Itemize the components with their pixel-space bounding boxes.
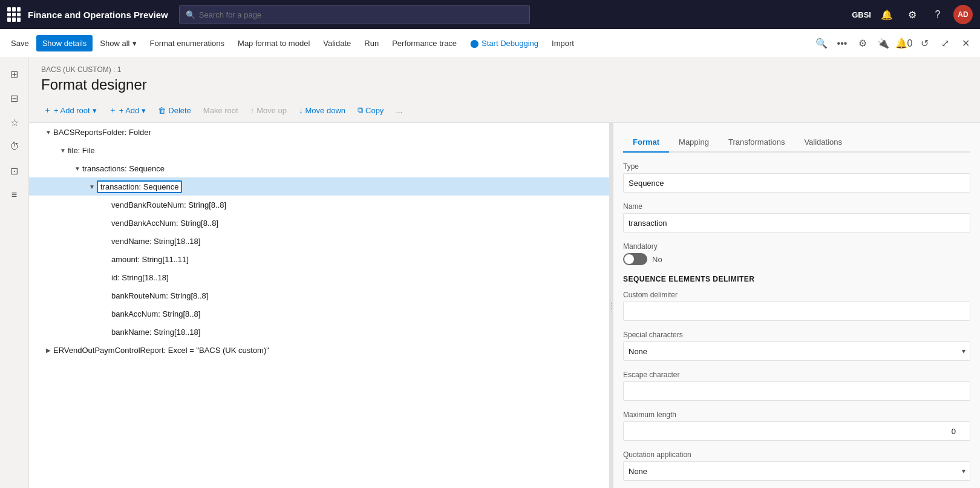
format-enumerations-button[interactable]: Format enumerations [144,35,231,51]
add-button[interactable]: ＋ + Add ▾ [104,102,151,119]
nav-list-icon[interactable]: ≡ [4,184,25,206]
nav-workspaces-icon[interactable]: ⊡ [4,160,25,182]
tree-item-label: bankName: String[18..18] [111,328,200,337]
settings-cmd-icon[interactable]: ⚙ [853,34,872,53]
page-title: Format designer [41,76,968,93]
more-cmd-icon[interactable]: ••• [832,34,852,53]
tree-item-selected[interactable]: transaction: Sequence [29,177,609,196]
quotation-application-group: Quotation application None All String De… [623,450,970,481]
props-tabs: Format Mapping Transformations Validatio… [623,133,970,153]
tab-transformations[interactable]: Transformations [719,133,794,153]
custom-delimiter-input[interactable] [623,302,970,321]
name-group: Name [623,202,970,232]
move-down-icon: ↓ [299,106,303,115]
custom-delimiter-label: Custom delimiter [623,291,970,299]
mandatory-group: Mandatory No [623,242,970,265]
nav-recent-icon[interactable]: ⏱ [4,136,25,157]
tree-item[interactable]: file: File [29,141,609,159]
tree-item-label: ERVendOutPaymControlReport: Excel = "BAC… [53,346,269,355]
search-cmd-icon[interactable]: 🔍 [812,34,831,53]
quotation-application-select-wrapper: None All String Delimiter ▾ [623,461,970,481]
search-icon: 🔍 [186,10,195,19]
delete-button[interactable]: 🗑 Delete [153,103,196,118]
close-icon[interactable]: ✕ [956,34,975,53]
copy-button[interactable]: ⧉ Copy [353,102,388,118]
tree-item[interactable]: amount: String[11..11] [29,250,609,268]
tree-item-label: BACSReportsFolder: Folder [53,128,151,137]
properties-pane: Format Mapping Transformations Validatio… [613,123,980,488]
name-input[interactable] [623,213,970,232]
tree-pane: BACSReportsFolder: Folder file: File tra… [29,123,610,488]
refresh-icon[interactable]: ↺ [915,34,934,53]
tree-toggle-expanded[interactable] [58,145,68,155]
search-input[interactable] [199,10,523,19]
tab-validations[interactable]: Validations [794,133,852,153]
maximum-length-input[interactable] [623,421,970,441]
tree-toggle-expanded[interactable] [87,182,97,191]
performance-trace-button[interactable]: Performance trace [386,35,463,51]
notification-cmd-icon[interactable]: 🔔 0 [894,34,913,53]
tree-item[interactable]: bankRouteNum: String[8..8] [29,286,609,305]
tree-item-label: amount: String[11..11] [111,255,189,264]
tree-item[interactable]: bankName: String[18..18] [29,323,609,341]
breadcrumb: BACS (UK CUSTOM) : 1 [41,65,968,74]
nav-filter-icon[interactable]: ⊟ [4,87,25,109]
add-icon: ＋ [109,105,117,116]
tree-item[interactable]: transactions: Sequence [29,159,609,177]
tab-mapping[interactable]: Mapping [669,133,719,153]
debug-icon: ⬤ [470,39,479,48]
notifications-icon[interactable]: 🔔 [877,5,897,24]
help-icon[interactable]: ? [928,5,947,24]
maximum-length-label: Maximum length [623,411,970,419]
show-details-button[interactable]: Show details [36,35,93,51]
add-root-button[interactable]: ＋ + Add root ▾ [39,102,102,119]
make-root-button[interactable]: Make root [198,103,243,118]
delete-icon: 🗑 [158,106,166,115]
special-characters-select[interactable]: None CRLF CR LF [623,341,970,361]
show-all-button[interactable]: Show all ▾ [94,35,142,51]
tree-item[interactable]: vendBankAccNum: String[8..8] [29,214,609,232]
chevron-down-icon: ▾ [132,39,137,48]
tree-toggle-collapsed[interactable] [44,345,53,355]
tree-item-label: transactions: Sequence [82,164,165,173]
run-button[interactable]: Run [358,35,385,51]
move-down-button[interactable]: ↓ Move down [294,103,350,118]
move-up-button[interactable]: ↑ Move up [246,103,292,118]
tree-item[interactable]: ERVendOutPaymControlReport: Excel = "BAC… [29,341,609,359]
avatar[interactable]: AD [953,5,973,24]
escape-character-input[interactable] [623,381,970,401]
type-group: Type [623,162,970,193]
tree-toggle-expanded[interactable] [44,127,53,137]
special-characters-group: Special characters None CRLF CR LF ▾ [623,331,970,361]
quotation-application-select[interactable]: None All String Delimiter [623,461,970,481]
tree-item[interactable]: id: String[18..18] [29,268,609,286]
tree-item[interactable]: BACSReportsFolder: Folder [29,123,609,141]
nav-home-icon[interactable]: ⊞ [4,63,25,85]
extension-icon[interactable]: 🔌 [874,34,893,53]
region-label: GBSI [852,10,871,19]
escape-character-label: Escape character [623,371,970,379]
more-button[interactable]: ... [391,103,407,118]
nav-favorites-icon[interactable]: ☆ [4,111,25,133]
type-input[interactable] [623,173,970,193]
start-debugging-button[interactable]: ⬤ Start Debugging [464,35,544,51]
popout-icon[interactable]: ⤢ [935,34,955,53]
tree-item[interactable]: vendBankRouteNum: String[8..8] [29,196,609,214]
tree-item[interactable]: vendName: String[18..18] [29,232,609,250]
map-format-button[interactable]: Map format to model [232,35,316,51]
tree-item-label: id: String[18..18] [111,273,169,282]
command-bar: Save Show details Show all ▾ Format enum… [0,29,980,58]
import-button[interactable]: Import [546,35,580,51]
app-grid-icon[interactable] [7,7,22,22]
add-chevron: ▾ [142,106,146,115]
main-area: ⊞ ⊟ ☆ ⏱ ⊡ ≡ BACS (UK CUSTOM) : 1 Format … [0,58,980,488]
search-bar[interactable]: 🔍 [179,5,530,24]
tree-item[interactable]: bankAccNum: String[8..8] [29,305,609,323]
validate-button[interactable]: Validate [317,35,357,51]
tab-format[interactable]: Format [623,133,669,153]
save-button[interactable]: Save [5,35,35,51]
settings-icon[interactable]: ⚙ [903,5,922,24]
tree-item-label: vendName: String[18..18] [111,237,200,246]
tree-toggle-expanded[interactable] [73,163,82,173]
mandatory-toggle[interactable] [623,253,647,265]
